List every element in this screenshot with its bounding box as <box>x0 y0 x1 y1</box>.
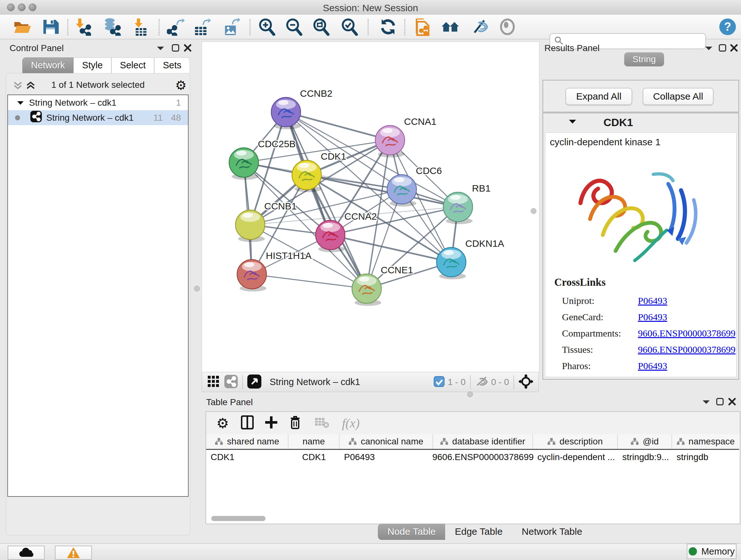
main-toolbar: ? <box>0 15 741 39</box>
hidden-eye-icon[interactable] <box>475 376 488 388</box>
crosslink-value-link[interactable]: P06493 <box>638 312 667 322</box>
collection-name: String Network – cdk1 <box>29 98 117 108</box>
column-header[interactable]: name <box>288 434 340 449</box>
entry-content: cyclin-dependent kinase 1 <box>545 132 737 377</box>
tab-edge-table[interactable]: Edge Table <box>445 523 512 540</box>
table-row[interactable]: CDK1 CDK1 P06493 9606.ENSP00000378699 cy… <box>206 450 739 464</box>
network-options-gear-icon[interactable]: ⚙ <box>175 78 187 92</box>
cell-namespace[interactable]: stringdb <box>672 450 739 464</box>
column-header[interactable]: shared name <box>206 434 288 449</box>
left-splitter-handle[interactable] <box>194 286 200 292</box>
results-panel-float-icon[interactable] <box>719 44 726 53</box>
column-header[interactable]: database identifier <box>433 434 533 449</box>
tab-network[interactable]: Network <box>22 57 73 74</box>
zoom-out-icon[interactable] <box>282 18 306 36</box>
table-options-gear-icon[interactable]: ⚙ <box>216 415 229 431</box>
cloud-button[interactable] <box>8 546 45 560</box>
table-panel-menu-icon[interactable] <box>702 399 711 406</box>
tab-style[interactable]: Style <box>73 57 111 74</box>
hide-selected-icon[interactable] <box>468 18 492 36</box>
cell-id[interactable]: stringdb:9... <box>618 450 672 464</box>
help-icon[interactable]: ? <box>716 18 740 36</box>
node-CCNE1[interactable]: CCNE1 <box>352 265 413 306</box>
table-panel-close-icon[interactable] <box>728 398 736 407</box>
cell-description[interactable]: cyclin-dependent ... <box>533 450 618 464</box>
export-table-icon[interactable] <box>190 18 214 36</box>
tab-sets[interactable]: Sets <box>154 57 190 74</box>
birds-eye-view-icon[interactable] <box>247 374 261 390</box>
cell-canonical-name[interactable]: P06493 <box>340 450 433 464</box>
show-columns-icon[interactable] <box>241 415 254 431</box>
home-network-icon[interactable] <box>439 18 463 36</box>
node-CDC6[interactable]: CDC6 <box>387 165 442 206</box>
network-row-selected[interactable]: String Network – cdk1 11 48 <box>8 110 188 125</box>
tab-network-table[interactable]: Network Table <box>512 523 592 540</box>
export-network-icon[interactable] <box>164 18 188 36</box>
network-view-canvas[interactable]: CCNB2CCNA1CDC25BCDK1CDC6RB1CCNB1CCNA2CDK… <box>202 42 539 373</box>
right-splitter-handle[interactable] <box>531 208 536 214</box>
entry-header[interactable]: CDK1 <box>543 113 738 131</box>
grid-view-icon[interactable] <box>207 375 220 389</box>
zoom-fit-icon[interactable] <box>309 18 333 36</box>
memory-button[interactable]: Memory <box>687 544 737 559</box>
crosslink-value-link[interactable]: P06493 <box>638 361 667 371</box>
column-header[interactable]: description <box>533 434 618 449</box>
zoom-selected-icon[interactable] <box>337 18 361 36</box>
column-header[interactable]: namespace <box>672 434 739 449</box>
node-label-CDKN1A: CDKN1A <box>465 238 504 249</box>
network-graph[interactable]: CCNB2CCNA1CDC25BCDK1CDC6RB1CCNB1CCNA2CDK… <box>202 42 539 372</box>
collection-expander-icon[interactable] <box>17 98 24 108</box>
node-CCNA1[interactable]: CCNA1 <box>375 116 436 158</box>
open-session-icon[interactable] <box>10 18 35 36</box>
share-document-icon[interactable] <box>411 18 435 36</box>
control-panel-close-icon[interactable] <box>184 44 192 53</box>
selected-checkbox-icon[interactable] <box>434 376 445 388</box>
node-CDC25B[interactable]: CDC25B <box>229 138 295 180</box>
node-RB1[interactable]: RB1 <box>443 183 490 224</box>
control-panel-menu-icon[interactable] <box>156 45 165 52</box>
current-network-dot-icon <box>15 115 20 120</box>
function-builder-icon[interactable]: f(x) <box>342 416 360 431</box>
crosslink-value-link[interactable]: 9606.ENSP00000378699 <box>638 344 736 355</box>
warnings-button[interactable] <box>55 546 92 560</box>
column-header[interactable]: @id <box>618 434 672 449</box>
string-view-icon[interactable] <box>224 375 238 389</box>
crosslink-value-link[interactable]: P06493 <box>638 295 667 306</box>
column-header[interactable]: canonical name <box>340 434 433 449</box>
clear-table-icon[interactable] <box>314 417 329 429</box>
cell-name[interactable]: CDK1 <box>288 450 340 464</box>
memory-label: Memory <box>701 546 735 557</box>
add-column-icon[interactable] <box>265 416 278 430</box>
fit-content-crosshair-icon[interactable] <box>519 374 533 390</box>
tab-string-results[interactable]: String <box>624 52 664 66</box>
delete-column-icon[interactable] <box>289 415 301 431</box>
tab-select[interactable]: Select <box>111 57 154 74</box>
node-label-CCNA1: CCNA1 <box>404 116 436 127</box>
import-database-icon[interactable] <box>100 18 124 36</box>
export-image-icon[interactable] <box>219 18 244 36</box>
edge-HIST1H1A-CCNE1[interactable] <box>252 274 367 289</box>
expand-all-button[interactable]: Expand All <box>565 88 632 105</box>
control-panel-float-icon[interactable] <box>172 44 179 53</box>
results-panel-menu-icon[interactable] <box>704 45 713 52</box>
save-session-icon[interactable] <box>38 18 63 36</box>
table-panel-float-icon[interactable] <box>716 398 724 407</box>
refresh-icon[interactable] <box>376 18 400 36</box>
import-table-icon[interactable] <box>128 18 152 36</box>
node-CDKN1A[interactable]: CDKN1A <box>436 238 504 279</box>
crosslink-value-link[interactable]: 9606.ENSP00000378699 <box>638 328 736 338</box>
table-panel: Table Panel ⚙ f(x) shared name name cano… <box>202 396 741 543</box>
results-panel-close-icon[interactable] <box>730 44 738 53</box>
cell-database-identifier[interactable]: 9606.ENSP00000378699 <box>433 450 533 464</box>
collapse-all-button[interactable]: Collapse All <box>643 88 714 105</box>
network-collection-row[interactable]: String Network – cdk1 1 <box>8 95 188 110</box>
show-all-icon[interactable] <box>495 18 520 36</box>
node-label-CCNB2: CCNB2 <box>300 88 333 99</box>
tab-node-table[interactable]: Node Table <box>378 523 445 540</box>
entry-expander-icon[interactable] <box>569 119 576 126</box>
table-horizontal-scrollbar[interactable] <box>211 516 266 521</box>
cell-shared-name[interactable]: CDK1 <box>206 450 288 464</box>
zoom-in-icon[interactable] <box>255 18 279 36</box>
node-HIST1H1A[interactable]: HIST1H1A <box>237 250 312 292</box>
import-network-icon[interactable] <box>71 18 95 36</box>
